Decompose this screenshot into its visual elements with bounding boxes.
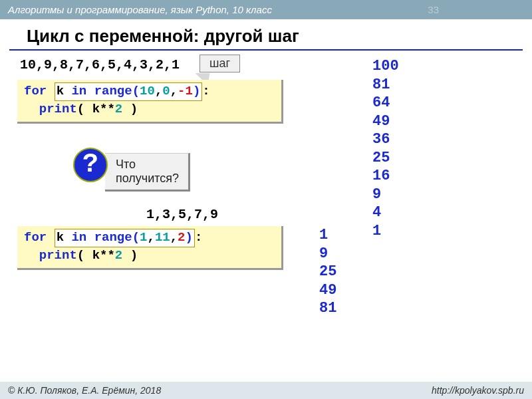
lit-two: 2 [115,102,122,116]
code-block-1: for k in range(10,0,-1) : print( k**2 ) [17,80,283,124]
footer-right: http://kpolyakov.spb.ru [432,385,524,396]
output-column-1: 100816449362516941 [372,57,399,240]
code-block-2: for k in range(1,11,2) : print( k**2 ) [17,226,283,270]
paren-close: ) [186,230,193,245]
footer-left: © К.Ю. Поляков, Е.А. Ерёмин, 2018 [8,385,161,396]
body2: ) [122,248,138,263]
colon: : [202,84,209,98]
sequence-2: 1,3,5,7,9 [146,207,218,222]
page-number: 33 [428,4,439,15]
body: ( k** [77,248,115,263]
kw-in: in [71,84,86,98]
arg-start: 1 [140,230,147,245]
slide-title: Цикл с переменной: другой шаг [9,19,523,51]
question-mark-icon: ? [73,148,108,182]
arg-step: -1 [178,84,193,98]
comma: , [155,84,162,98]
comma: , [170,230,178,245]
slide-header: Алгоритмы и программирование, язык Pytho… [0,0,532,19]
var-k: k [57,84,64,98]
output-column-2: 19254981 [319,226,336,318]
comma: , [147,230,154,245]
header-text: Алгоритмы и программирование, язык Pytho… [8,4,272,15]
sequence-1: 10,9,8,7,6,5,4,3,2,1 [20,57,180,72]
colon: : [195,230,202,245]
slide-footer: © К.Ю. Поляков, Е.А. Ерёмин, 2018 http:/… [0,382,532,399]
kw-for: for [24,230,47,245]
arg-step: 2 [178,230,185,245]
kw-in: in [71,230,86,245]
kw-range: range( [94,230,140,245]
step-callout: шаг [200,55,240,72]
kw-print: print [39,102,77,116]
arg-stop: 0 [162,84,170,98]
range-highlight: k in range(1,11,2) [55,229,195,247]
arg-stop: 11 [155,230,170,245]
comma: , [170,84,178,98]
lit-two: 2 [115,248,122,263]
kw-print: print [39,248,77,263]
range-highlight: k in range(10,0,-1) [55,82,203,101]
kw-range: range( [94,84,140,98]
kw-for: for [24,84,47,98]
var-k: k [57,230,64,245]
arg-start: 10 [140,84,155,98]
body: ( k** [77,102,115,116]
paren-close: ) [193,84,200,98]
question-text: Что получится? [105,153,190,192]
body2: ) [122,102,138,116]
